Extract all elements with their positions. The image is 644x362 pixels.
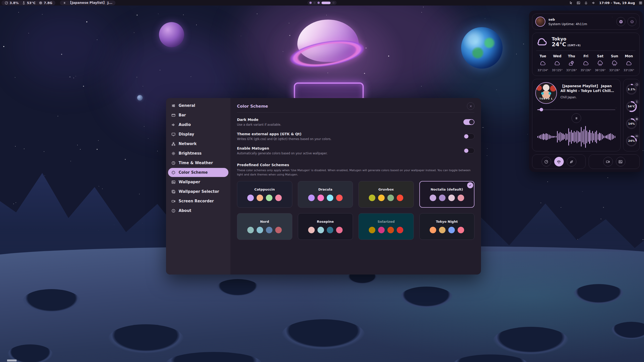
screen-recorder-button[interactable] xyxy=(603,157,613,166)
color-swatch xyxy=(369,227,375,233)
workspace-dot-5[interactable] xyxy=(332,2,335,4)
media-title: 【Japanese Playlist】 Japan All Night - To… xyxy=(560,84,617,93)
waveform-bar xyxy=(603,135,604,138)
side-panel: seb System Uptime: 4h11m Tokyo 24°C (GMT… xyxy=(529,11,643,172)
workspace-dot-1[interactable] xyxy=(309,2,312,4)
scheme-card-dracula[interactable]: Dracula xyxy=(298,181,353,208)
waveform-bar xyxy=(605,136,606,138)
scheme-card-tokyo-night[interactable]: Tokyo Night xyxy=(419,213,475,240)
workspace-switcher[interactable] xyxy=(307,1,337,5)
performance-mode-button[interactable] xyxy=(542,157,551,166)
scheme-card-solarized[interactable]: Solarized xyxy=(358,213,414,240)
waveform-bar xyxy=(560,132,560,142)
toggle-dark-mode[interactable] xyxy=(463,119,474,125)
sidebar-item-bar[interactable]: Bar xyxy=(168,111,228,120)
settings-button[interactable] xyxy=(616,17,625,26)
gear-icon xyxy=(619,20,623,24)
scheme-swatches xyxy=(247,195,282,201)
color-swatch xyxy=(247,227,254,233)
workspace-dot-2[interactable] xyxy=(313,2,316,4)
waveform-bar xyxy=(609,134,610,140)
gauge-icon xyxy=(635,83,638,86)
cpu-usage-stat: 3.8% xyxy=(5,1,19,5)
sidebar-item-network[interactable]: Network xyxy=(168,139,228,148)
waveform-bar xyxy=(570,132,570,142)
workspace-dot-3[interactable] xyxy=(317,2,320,4)
sidebar-item-brightness[interactable]: Brightness xyxy=(168,149,228,158)
waveform-bar xyxy=(592,131,593,143)
sidebar-item-label: Screen Recorder xyxy=(179,199,214,203)
sidebar-item-display[interactable]: Display xyxy=(168,130,228,139)
sidebar-item-about[interactable]: About xyxy=(168,206,228,215)
color-swatch xyxy=(275,227,282,233)
leaf-icon xyxy=(569,160,574,164)
powersave-mode-button[interactable] xyxy=(567,157,576,166)
forecast-day-sun: Sun33°/26° xyxy=(608,54,621,72)
power-button[interactable] xyxy=(627,17,636,26)
scheme-swatches xyxy=(308,195,343,201)
wallpaper-button[interactable] xyxy=(616,157,625,166)
setting-description: Automatically generate colors based on y… xyxy=(237,152,328,155)
app-launcher-icon[interactable] xyxy=(639,1,642,5)
scheme-swatches xyxy=(369,195,403,201)
tune-icon xyxy=(171,104,176,108)
setting-title: Dark Mode xyxy=(237,118,281,122)
scheme-card-gruvbox[interactable]: Gruvbox xyxy=(358,181,414,208)
sidebar-item-wallpaper-selector[interactable]: Wallpaper Selector xyxy=(168,187,228,196)
waveform-bar xyxy=(564,134,565,139)
toggle-theme-external-apps-gtk-qt[interactable] xyxy=(463,133,474,139)
video-camera-icon xyxy=(606,160,610,164)
balanced-mode-button[interactable] xyxy=(554,157,564,166)
selected-check-badge xyxy=(467,182,473,188)
settings-content: Color Scheme Dark ModeUse a dark variant… xyxy=(230,98,481,275)
scheme-card-nord[interactable]: Nord xyxy=(237,213,292,240)
sidebar-item-color-scheme[interactable]: Color Scheme xyxy=(168,168,228,177)
scheme-card-noctalia-default[interactable]: Noctalia (default) xyxy=(419,181,475,208)
waveform-bar xyxy=(567,134,568,140)
media-progress-bar[interactable] xyxy=(537,108,615,111)
user-name: seb xyxy=(548,18,587,21)
waveform-bar xyxy=(585,126,586,148)
forecast-day-label: Tue xyxy=(540,54,546,58)
sidebar-item-label: Brightness xyxy=(179,151,202,156)
close-button[interactable] xyxy=(467,102,474,110)
workspace-dot-4[interactable] xyxy=(321,2,331,4)
system-stats-widget[interactable]: 3.8% 53°C 7.8G xyxy=(2,1,55,5)
forecast-day-mon: Mon33°/26° xyxy=(622,54,635,72)
toggle-enable-matugen[interactable] xyxy=(463,148,474,154)
waveform-bar xyxy=(595,132,596,142)
sidebar-item-wallpaper[interactable]: Wallpaper xyxy=(168,177,228,187)
forecast-day-label: Sat xyxy=(597,54,603,58)
cloud-icon xyxy=(583,60,589,67)
waveform-bar xyxy=(547,134,548,140)
scheme-card-catppuccin[interactable]: Catppuccin xyxy=(237,181,292,208)
forecast-day-label: Mon xyxy=(625,54,633,58)
scheme-card-rosepine[interactable]: Rosepine xyxy=(298,213,353,240)
progress-knob[interactable] xyxy=(540,108,543,111)
album-art-caption: TOKYO L xyxy=(536,98,556,100)
play-pause-button[interactable] xyxy=(572,113,581,123)
notifications-icon[interactable] xyxy=(584,1,588,5)
clock[interactable]: 17:09 - Tue, 19 Aug xyxy=(599,1,635,5)
color-swatch xyxy=(387,195,394,201)
system-monitor-column: 3.1% 54°C 14% 24% xyxy=(623,79,640,151)
setting-title: Theme external apps (GTK & Qt) xyxy=(237,132,332,136)
tray-wallpaper-icon[interactable] xyxy=(577,1,580,5)
tray-app-icon[interactable] xyxy=(569,1,573,5)
sidebar-item-time-weather[interactable]: Time & Weather xyxy=(168,158,228,167)
waveform-bar xyxy=(586,130,587,143)
waveform-bar xyxy=(562,133,563,140)
sidebar-item-general[interactable]: General xyxy=(168,101,228,110)
volume-icon[interactable] xyxy=(592,1,595,5)
waveform-bar xyxy=(589,130,590,144)
clock-icon xyxy=(171,161,176,165)
forecast-day-label: Sun xyxy=(611,54,618,58)
toggle-list: Dark ModeUse a dark variant if available… xyxy=(237,115,474,158)
sidebar-item-screen-recorder[interactable]: Screen Recorder xyxy=(168,197,228,206)
monitor-gauge-thermo: 54°C xyxy=(625,101,637,113)
color-swatch xyxy=(387,227,394,233)
forecast-temps: 33°/26° xyxy=(609,69,620,72)
forecast-temps: 35°/26° xyxy=(581,69,591,72)
topbar-media-widget[interactable]: 【Japanese Playlist】 J... xyxy=(60,1,115,5)
sidebar-item-audio[interactable]: Audio xyxy=(168,120,228,129)
